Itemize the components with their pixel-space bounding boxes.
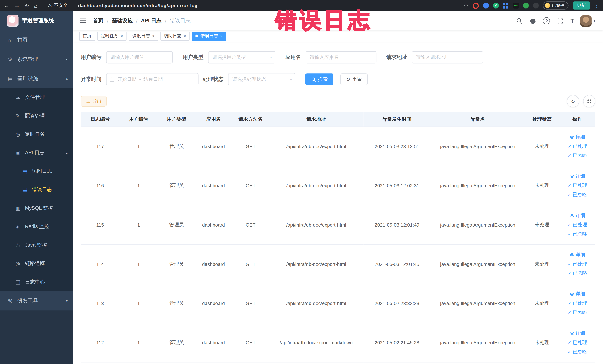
mark-processed-link[interactable]: ✓ 已处理 <box>568 143 587 150</box>
extension-grid-icon[interactable] <box>503 3 509 9</box>
mark-ignored-link[interactable]: ✓ 已忽略 <box>568 349 587 355</box>
java-icon: ☕ <box>15 242 25 248</box>
close-icon[interactable]: × <box>152 34 155 38</box>
tab-access-log[interactable]: 访问日志 × <box>160 31 190 41</box>
mark-processed-link[interactable]: ✓ 已处理 <box>568 222 587 228</box>
address-bar[interactable]: dashboard.yudao.iocoder.cn/infra/log/api… <box>78 3 197 8</box>
sidebar-item-system[interactable]: ⚙ 系统管理 ▾ <box>0 50 73 69</box>
back-icon[interactable]: ← <box>4 2 9 9</box>
start-date-placeholder: 开始日期 <box>117 76 137 82</box>
cell-log-id: 116 <box>81 166 119 205</box>
mark-ignored-link[interactable]: ✓ 已忽略 <box>568 192 587 198</box>
sidebar-item-label: 链路追踪 <box>25 260 45 267</box>
cell-user-id: 1 <box>119 284 158 323</box>
action-label: 详细 <box>576 252 585 258</box>
sidebar-item-label: 日志中心 <box>25 279 45 285</box>
sidebar-item-log-center[interactable]: ▤ 日志中心 <box>0 273 73 291</box>
search-button[interactable]: 搜索 <box>305 73 333 85</box>
process-status-select[interactable]: 请选择处理状态 ▾ <box>228 73 295 85</box>
breadcrumb-home[interactable]: 首页 <box>93 17 104 24</box>
tab-schedule-log[interactable]: 调度日志 × <box>129 31 158 41</box>
mark-processed-link[interactable]: ✓ 已处理 <box>568 182 587 189</box>
chevron-down-icon: ▾ <box>66 299 68 303</box>
extension-y-icon[interactable]: Y <box>493 3 499 9</box>
detail-link[interactable]: 详细 <box>569 212 585 219</box>
paused-badge[interactable]: 已暂停 <box>543 1 568 10</box>
hamburger-icon[interactable] <box>79 17 87 24</box>
sidebar-item-file-mgmt[interactable]: ☁ 文件管理 <box>0 88 73 107</box>
refresh-table-button[interactable]: ↻ <box>567 95 579 107</box>
sidebar-item-home[interactable]: ⌂ 首页 <box>0 30 73 50</box>
mark-processed-link[interactable]: ✓ 已处理 <box>568 339 587 346</box>
user-menu[interactable]: ▾ <box>580 15 595 26</box>
close-icon[interactable]: × <box>184 34 186 38</box>
exception-time-range-picker[interactable]: 开始日期 - 结束日期 <box>106 73 198 85</box>
action-label: 已忽略 <box>573 153 587 159</box>
cell-log-id: 115 <box>81 205 119 245</box>
tab-error-log[interactable]: 错误日志 × <box>192 31 226 41</box>
sidebar-item-label: 文件管理 <box>25 94 45 101</box>
extension-blue-icon[interactable] <box>483 3 489 9</box>
action-label: 已处理 <box>573 143 587 150</box>
sidebar-item-infra[interactable]: ▤ 基础设施 ▴ <box>0 69 73 88</box>
close-icon[interactable]: × <box>220 34 223 38</box>
update-button[interactable]: 更新 <box>573 1 590 10</box>
column-settings-button[interactable] <box>583 95 595 107</box>
reset-button[interactable]: ↻ 重置 <box>340 73 368 85</box>
app-logo[interactable]: 芋道管理系统 <box>0 11 73 30</box>
forward-icon[interactable]: → <box>14 2 20 9</box>
github-icon[interactable] <box>529 17 536 24</box>
reload-icon[interactable]: ↻ <box>25 2 29 9</box>
font-size-icon[interactable]: T <box>570 17 574 24</box>
bookmark-star-icon[interactable]: ☆ <box>464 2 468 9</box>
detail-link[interactable]: 详细 <box>569 252 585 258</box>
sidebar-item-access-log[interactable]: ▤ 访问日志 <box>0 162 73 180</box>
table-row: 113 1 管理员 dashboard GET /api/infra/db-do… <box>81 284 595 323</box>
sidebar-item-mysql-monitor[interactable]: ▥ MySQL 监控 <box>0 199 73 218</box>
export-button[interactable]: 导出 <box>81 96 107 107</box>
mark-ignored-link[interactable]: ✓ 已忽略 <box>568 153 587 159</box>
sidebar-item-error-log[interactable]: ▤ 错误日志 <box>0 180 73 199</box>
mark-processed-link[interactable]: ✓ 已处理 <box>568 261 587 267</box>
sidebar-item-redis-monitor[interactable]: ◈ Redis 监控 <box>0 217 73 236</box>
browser-menu-icon[interactable]: ⋮ <box>594 3 599 9</box>
clock-icon: ◷ <box>15 131 25 137</box>
sidebar-item-java-monitor[interactable]: ☕ Java 监控 <box>0 236 73 254</box>
check-icon: ✓ <box>568 144 571 149</box>
cell-actions: 详细 ✓ 已处理 ✓ 已忽略 <box>559 205 595 245</box>
sidebar-item-tracing[interactable]: ◎ 链路追踪 <box>0 254 73 273</box>
extension-on-icon[interactable]: on <box>513 3 519 9</box>
tab-scheduled-tasks[interactable]: 定时任务 × <box>97 31 127 41</box>
user-type-select[interactable]: 请选择用户类型 ▾ <box>208 51 275 63</box>
app-name-input[interactable] <box>305 51 376 63</box>
extension-green-icon[interactable] <box>523 3 529 9</box>
search-icon[interactable] <box>515 17 523 24</box>
extension-paw-icon[interactable] <box>533 3 539 9</box>
fullscreen-icon[interactable] <box>557 17 564 24</box>
security-indicator[interactable]: ⚠ 不安全 <box>48 2 68 9</box>
emoji-face-icon <box>545 3 550 8</box>
help-icon[interactable]: ? <box>543 17 550 24</box>
sidebar-item-scheduled-tasks[interactable]: ◷ 定时任务 <box>0 125 73 143</box>
breadcrumb-api-log[interactable]: API 日志 <box>141 17 162 24</box>
detail-link[interactable]: 详细 <box>569 330 585 337</box>
sidebar-item-dev-tools[interactable]: ⚒ 研发工具 ▾ <box>0 291 73 311</box>
detail-link[interactable]: 详细 <box>569 291 585 297</box>
sidebar-item-config-mgmt[interactable]: ✎ 配置管理 <box>0 107 73 125</box>
extension-red-icon[interactable] <box>473 2 479 9</box>
breadcrumb-infra[interactable]: 基础设施 <box>112 17 133 24</box>
detail-link[interactable]: 详细 <box>569 173 585 180</box>
calendar-icon <box>110 77 115 82</box>
detail-link[interactable]: 详细 <box>569 134 585 140</box>
mark-ignored-link[interactable]: ✓ 已忽略 <box>568 270 587 276</box>
mark-processed-link[interactable]: ✓ 已处理 <box>568 300 587 306</box>
browser-home-icon[interactable]: ⌂ <box>34 2 37 9</box>
mark-ignored-link[interactable]: ✓ 已忽略 <box>568 309 587 316</box>
sidebar-item-api-log[interactable]: ▣ API 日志 ▴ <box>0 143 73 162</box>
request-url-input[interactable] <box>412 51 483 63</box>
date-separator: - <box>139 77 141 82</box>
user-id-input[interactable] <box>106 51 173 63</box>
mark-ignored-link[interactable]: ✓ 已忽略 <box>568 231 587 237</box>
close-icon[interactable]: × <box>120 34 123 38</box>
tab-home[interactable]: 首页 <box>79 31 95 41</box>
